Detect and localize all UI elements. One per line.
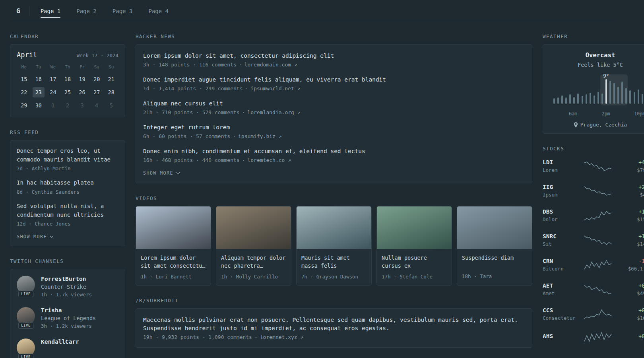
subreddit-post-title[interactable]: Maecenas mollis pulvinar erat non posuer… [143, 316, 525, 333]
tab-page-1[interactable]: Page 1 [41, 0, 61, 22]
hn-item-domain-link[interactable]: loremdomain.com ↗ [244, 62, 297, 68]
weather-bar [594, 95, 595, 104]
avatar-wrap: LIVE [17, 307, 35, 325]
calendar-day: 20 [91, 74, 103, 84]
video-card[interactable]: Aliquam tempor dolor nec pharetra… 1h · … [216, 206, 291, 286]
meta-separator: · [233, 133, 236, 139]
chevron-down-icon [50, 235, 54, 238]
stock-row[interactable]: LDI Lorem +4.35% $795.18 [543, 156, 644, 176]
channel-name[interactable]: ForrestBurton [41, 276, 92, 282]
stock-symbol: AHS [543, 333, 579, 339]
video-title[interactable]: Nullam posuere cursus ex [382, 254, 447, 270]
weather-hour-label: 2pm [602, 111, 610, 117]
stock-row[interactable]: CCS Consectetur +0.51% $165.84 [543, 304, 644, 324]
app-logo[interactable]: G [10, 7, 29, 15]
stocks-list: LDI Lorem +4.35% $795.18 IIG Ipsum [543, 156, 644, 345]
video-thumbnail[interactable] [297, 206, 371, 249]
calendar-day: 19 [76, 74, 88, 84]
video-card[interactable]: Nullam posuere cursus ex 17h · Stefan Co… [376, 206, 452, 286]
rss-show-more-button[interactable]: SHOW MORE [17, 234, 54, 239]
video-card[interactable]: Mauris sit amet massa felis 7h · Grayson… [296, 206, 372, 286]
tab-page-3[interactable]: Page 3 [113, 0, 133, 22]
hn-item-domain-link[interactable]: ipsumify.biz ↗ [238, 133, 282, 139]
video-card[interactable]: Lorem ipsum dolor sit amet consectetu… 1… [136, 206, 211, 286]
hn-item-domain-link[interactable]: loremtech.co ↗ [247, 157, 291, 163]
location-pin-icon [574, 122, 578, 128]
hn-item-title[interactable]: Aliquam nec cursus elit [143, 99, 525, 108]
stock-row[interactable]: AHS +0.46% [543, 329, 644, 345]
stock-change: -1.00% [617, 258, 644, 264]
stock-symbol: SNRC [543, 233, 579, 239]
video-title[interactable]: Mauris sit amet massa felis [301, 254, 367, 270]
stock-row[interactable]: CRN Bitcorn -1.00% $66,171.48 [543, 255, 644, 274]
weather-label: WEATHER [543, 33, 644, 39]
hn-item-title[interactable]: Donec enim nibh, condimentum et accumsan… [143, 147, 525, 156]
channel-name[interactable]: KendallCarr [41, 339, 79, 345]
hn-item-meta: 21h · 710 points · 579 comments [143, 109, 240, 115]
weather-bar [638, 90, 639, 104]
rss-item-title[interactable]: Donec tempor eros leo, ut commodo mauris… [17, 147, 118, 164]
stock-symbol: DBS [543, 208, 579, 215]
rss-item-meta: 12d · Chance Jones [17, 221, 118, 227]
twitch-channel-row[interactable]: LIVE KendallCarr [17, 339, 118, 357]
video-meta: 17h · Stefan Cole [382, 274, 447, 280]
weather-hour-label: 10pm [634, 111, 644, 117]
stock-name: Lorem [543, 167, 579, 173]
stock-change: +0.92% [617, 282, 644, 289]
weather-bar [642, 94, 643, 104]
stock-symbol: IIG [543, 184, 579, 190]
stock-row[interactable]: SNRC Sit +1.36% $148.64 [543, 230, 644, 250]
stock-name: Dolor [543, 216, 579, 222]
weather-chart: 9° [553, 74, 644, 110]
subreddit-domain-link[interactable]: loremnet.xyz ↗ [260, 334, 304, 340]
weather-bar [586, 94, 587, 104]
weather-bar [601, 93, 603, 104]
live-badge: LIVE [18, 322, 33, 329]
calendar-day: 29 [18, 100, 30, 111]
video-thumbnail[interactable] [377, 206, 452, 249]
calendar-dow: Su [104, 64, 118, 71]
stock-sparkline [584, 210, 612, 221]
stock-sparkline [584, 309, 612, 319]
video-thumbnail[interactable] [457, 206, 532, 249]
hn-item-domain-link[interactable]: ipsumworld.net ↗ [250, 86, 300, 91]
hn-item-title[interactable]: Lorem ipsum dolor sit amet, consectetur … [143, 52, 525, 60]
calendar-dow: Sa [89, 64, 104, 71]
calendar-month: April [17, 51, 37, 59]
hn-item-title[interactable]: Integer eget rutrum lorem [143, 123, 525, 132]
calendar-day: 15 [18, 74, 30, 84]
stock-row[interactable]: AET Amet +0.92% $499.72 [543, 280, 644, 299]
twitch-channel-row[interactable]: LIVE Trisha League of Legends 3h · 1.2k … [17, 307, 118, 329]
hacker-news-label: HACKER NEWS [136, 33, 532, 39]
rss-item-title[interactable]: In hac habitasse platea [17, 179, 118, 187]
meta-separator: · [245, 86, 248, 91]
video-thumbnail[interactable] [216, 206, 291, 249]
video-title[interactable]: Aliquam tempor dolor nec pharetra… [221, 254, 286, 270]
video-card[interactable]: Suspendisse diam 18h · Tara [457, 206, 532, 286]
twitch-channel-row[interactable]: LIVE ForrestBurton Counter-Strike 1h · 1… [17, 276, 118, 298]
channel-name[interactable]: Trisha [41, 307, 96, 313]
tab-page-2[interactable]: Page 2 [76, 0, 97, 22]
rss-item-title[interactable]: Sed volutpat nulla nisl, a condimentum n… [17, 202, 118, 219]
live-badge: LIVE [18, 291, 33, 297]
header-divider [29, 6, 29, 16]
weather-bar [634, 92, 635, 104]
stock-row[interactable]: DBS Dolor +1.42% $156.28 [543, 206, 644, 225]
weather-hours: 6am 2pm 10pm [553, 111, 644, 117]
hn-show-more-button[interactable]: SHOW MORE [143, 170, 180, 176]
weather-bar [629, 90, 631, 104]
calendar-day: 18 [62, 74, 74, 84]
hn-item-title[interactable]: Donec imperdiet augue tincidunt felis al… [143, 76, 525, 84]
video-thumbnail[interactable] [136, 206, 211, 249]
tab-page-4[interactable]: Page 4 [148, 0, 169, 22]
weather-location: Prague, Czechia [580, 122, 627, 128]
stock-symbol: CCS [543, 307, 579, 313]
video-title[interactable]: Suspendisse diam [462, 254, 527, 270]
hn-item-domain-link[interactable]: loremlandia.org ↗ [247, 109, 300, 115]
video-title[interactable]: Lorem ipsum dolor sit amet consectetu… [141, 254, 206, 270]
calendar-day: 26 [76, 87, 88, 97]
stock-change: +0.46% [617, 333, 644, 339]
hn-item: Donec imperdiet augue tincidunt felis al… [143, 76, 525, 91]
stock-row[interactable]: IIG Ipsum +2.84% $42.04 [543, 181, 644, 200]
twitch-label: TWITCH CHANNELS [10, 258, 125, 264]
